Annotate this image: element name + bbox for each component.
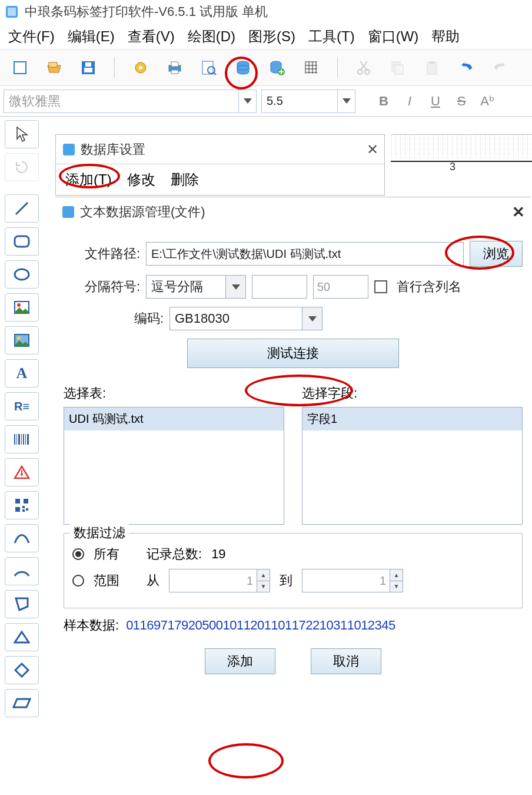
strike-button[interactable]: S xyxy=(450,94,473,109)
cancel-button[interactable]: 取消 xyxy=(311,648,381,674)
diamond-tool-icon[interactable] xyxy=(5,656,39,684)
menu-view[interactable]: 查看(V) xyxy=(128,27,175,46)
db-add-menu[interactable]: 添加(T) xyxy=(65,170,112,189)
db-delete-menu[interactable]: 删除 xyxy=(171,170,199,189)
svg-rect-58 xyxy=(62,206,74,218)
rotate-tool-icon[interactable] xyxy=(5,153,39,181)
line-tool-icon[interactable] xyxy=(5,194,39,223)
dropdown-icon[interactable] xyxy=(337,90,355,112)
menu-edit[interactable]: 编辑(E) xyxy=(68,27,115,46)
paste-icon[interactable] xyxy=(423,58,441,77)
file-path-input[interactable]: E:\工作文件\测试数据\UDI 码测试.txt xyxy=(146,242,464,266)
separator-label: 分隔符号: xyxy=(64,278,140,296)
svg-rect-45 xyxy=(21,434,22,445)
browse-button[interactable]: 浏览 xyxy=(470,241,523,267)
richtext-tool-icon[interactable]: R≡ xyxy=(5,392,39,420)
svg-point-41 xyxy=(17,336,21,340)
arc-tool-icon[interactable] xyxy=(5,557,39,585)
open-icon[interactable] xyxy=(45,58,64,77)
svg-rect-11 xyxy=(171,70,178,74)
close-icon[interactable]: ✕ xyxy=(367,141,378,158)
test-connection-button[interactable]: 测试连接 xyxy=(187,339,399,368)
copy-icon[interactable] xyxy=(388,58,407,77)
svg-rect-44 xyxy=(18,434,20,445)
font-size-combo[interactable]: 5.5 xyxy=(261,90,355,113)
add-button[interactable]: 添加 xyxy=(205,648,275,674)
dropdown-icon[interactable] xyxy=(225,276,245,298)
database-icon[interactable] xyxy=(234,58,252,77)
text-tool-icon[interactable]: A xyxy=(5,359,39,387)
spin-down-icon[interactable]: ▼ xyxy=(390,581,403,592)
spin-up-icon[interactable]: ▲ xyxy=(257,569,270,581)
menu-draw[interactable]: 绘图(D) xyxy=(188,27,235,46)
separator-custom-input[interactable] xyxy=(252,275,307,299)
font-family-combo[interactable]: 微软雅黑 xyxy=(4,90,257,113)
new-doc-icon[interactable] xyxy=(11,58,29,77)
print-icon[interactable] xyxy=(165,58,184,77)
filter-all-radio[interactable] xyxy=(72,548,84,560)
curve-tool-icon[interactable] xyxy=(5,524,39,552)
pointer-tool-icon[interactable] xyxy=(5,120,39,148)
svg-rect-10 xyxy=(171,62,178,67)
list-item[interactable]: 字段1 xyxy=(302,408,522,430)
grid-icon[interactable] xyxy=(302,58,321,77)
rounded-rect-tool-icon[interactable] xyxy=(5,227,39,256)
separator-width-input[interactable] xyxy=(313,275,368,299)
cut-icon[interactable] xyxy=(354,58,373,77)
superscript-button[interactable]: Aᵇ xyxy=(476,94,499,109)
undo-icon[interactable] xyxy=(457,58,476,77)
svg-rect-50 xyxy=(21,470,22,473)
close-icon[interactable]: ✕ xyxy=(512,203,525,221)
triangle-tool-icon[interactable] xyxy=(5,623,39,651)
spin-up-icon[interactable]: ▲ xyxy=(390,569,403,581)
range-from-input[interactable] xyxy=(169,569,257,592)
menu-help[interactable]: 帮助 xyxy=(431,27,460,46)
dialog-title: 文本数据源管理(文件) xyxy=(80,203,205,221)
menu-window[interactable]: 窗口(W) xyxy=(368,27,419,46)
text-datasource-dialog: 文本数据源管理(文件) ✕ 文件路径: E:\工作文件\测试数据\UDI 码测试… xyxy=(55,197,531,717)
menu-shape[interactable]: 图形(S) xyxy=(248,27,295,46)
table-list[interactable]: UDI 码测试.txt xyxy=(64,407,284,525)
menu-tool[interactable]: 工具(T) xyxy=(308,27,355,46)
spin-down-icon[interactable]: ▼ xyxy=(257,581,270,592)
svg-rect-48 xyxy=(27,434,29,445)
filter-range-radio[interactable] xyxy=(72,575,84,587)
database-add-icon[interactable] xyxy=(268,58,287,77)
polygon-tool-icon[interactable] xyxy=(5,590,39,618)
barcode-tool-icon[interactable] xyxy=(5,425,39,453)
field-list[interactable]: 字段1 xyxy=(302,407,523,525)
svg-rect-55 xyxy=(26,508,28,511)
svg-rect-51 xyxy=(15,499,20,504)
svg-rect-36 xyxy=(15,236,29,247)
first-row-header-label: 首行含列名 xyxy=(397,278,461,296)
dropdown-icon[interactable] xyxy=(302,307,322,330)
triangle-warn-tool-icon[interactable] xyxy=(5,458,39,486)
print-preview-icon[interactable] xyxy=(200,58,218,77)
italic-button[interactable]: I xyxy=(398,94,421,109)
encoding-label: 编码: xyxy=(64,310,164,327)
menu-file[interactable]: 文件(F) xyxy=(8,27,55,46)
dropdown-icon[interactable] xyxy=(238,90,256,112)
ellipse-tool-icon[interactable] xyxy=(5,260,39,289)
range-from-spinner[interactable]: ▲▼ xyxy=(169,569,270,592)
qrcode-tool-icon[interactable] xyxy=(5,491,39,519)
bold-button[interactable]: B xyxy=(372,94,395,109)
range-from-label: 从 xyxy=(147,572,159,589)
db-modify-menu[interactable]: 修改 xyxy=(127,170,155,189)
settings-icon[interactable] xyxy=(131,58,150,77)
toolbar xyxy=(0,49,532,86)
parallelogram-tool-icon[interactable] xyxy=(5,689,39,717)
image-tool-icon[interactable] xyxy=(5,293,39,322)
underline-button[interactable]: U xyxy=(424,94,447,109)
range-to-spinner[interactable]: ▲▼ xyxy=(302,569,403,592)
separator-combo[interactable]: 逗号分隔 xyxy=(146,275,246,299)
data-filter-group: 数据过滤 所有 记录总数: 19 范围 从 ▲▼ 到 ▲▼ xyxy=(64,533,523,608)
range-to-input[interactable] xyxy=(302,569,390,592)
save-icon[interactable] xyxy=(79,58,98,77)
svg-rect-12 xyxy=(202,61,213,74)
list-item[interactable]: UDI 码测试.txt xyxy=(64,408,284,430)
picture-tool-icon[interactable] xyxy=(5,326,39,355)
encoding-combo[interactable]: GB18030 xyxy=(169,307,322,330)
redo-icon[interactable] xyxy=(491,58,510,77)
first-row-header-checkbox[interactable] xyxy=(374,280,387,293)
